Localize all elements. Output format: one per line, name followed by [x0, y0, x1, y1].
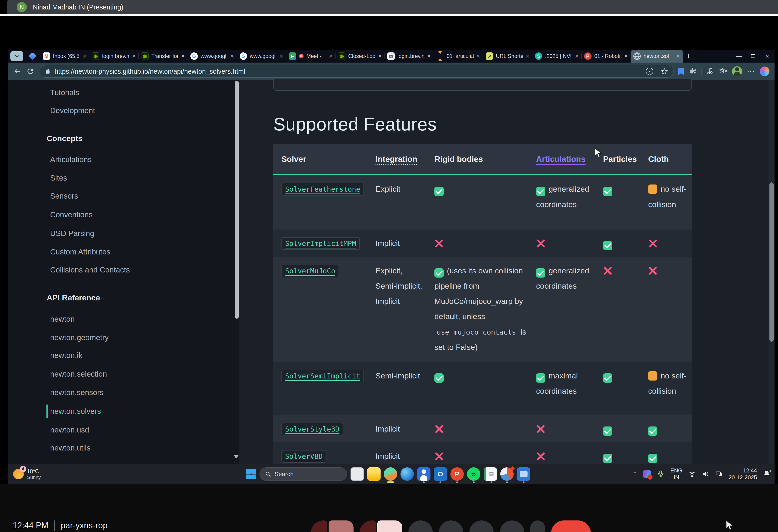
close-icon[interactable]: ×: [280, 53, 283, 59]
camera-options-chevron[interactable]: [360, 520, 376, 532]
close-icon[interactable]: ×: [378, 53, 382, 59]
col-articulations-link[interactable]: Articulations: [531, 144, 598, 174]
browser-tab[interactable]: Inbox (65,5 ×: [40, 50, 89, 63]
media-control-icon[interactable]: [706, 67, 714, 76]
active-app-icon[interactable]: [384, 467, 397, 481]
solver-link[interactable]: SolverStyle3D: [282, 423, 343, 436]
page-scrollbar[interactable]: [769, 80, 775, 464]
close-icon[interactable]: ×: [181, 53, 185, 59]
edge-icon[interactable]: [400, 467, 414, 481]
sidebar-item-newton[interactable]: newton: [50, 315, 75, 324]
close-icon[interactable]: ×: [83, 53, 86, 59]
col-integration[interactable]: Integration: [370, 144, 429, 174]
copilot-icon[interactable]: [760, 67, 769, 76]
bookmark-star-icon[interactable]: [661, 68, 668, 75]
close-window-button[interactable]: ×: [760, 50, 775, 63]
address-bar[interactable]: https://newton-physics.github.io/newton/…: [39, 65, 674, 78]
sidebar-item-newton-sensors[interactable]: newton.sensors: [50, 388, 103, 397]
minimize-button[interactable]: —: [731, 50, 746, 63]
browser-tab[interactable]: 01_articulat ×: [434, 50, 483, 63]
sidebar-item-tutorials[interactable]: Tutorials: [50, 88, 79, 97]
browser-tab-active[interactable]: newton.sol ×: [631, 50, 683, 63]
close-icon[interactable]: ×: [230, 53, 234, 59]
volume-icon[interactable]: [702, 470, 709, 478]
raise-hand-button[interactable]: [500, 520, 524, 532]
reload-icon[interactable]: [26, 67, 34, 76]
captions-button[interactable]: CC: [469, 520, 494, 532]
browser-menu-icon[interactable]: ⋯: [747, 67, 755, 76]
task-view-icon[interactable]: [351, 467, 364, 481]
browser-tab[interactable]: www.googl ×: [237, 50, 286, 63]
pinned-tab[interactable]: [26, 50, 38, 62]
notification-bell-icon[interactable]: [763, 470, 770, 478]
remote-desktop-icon[interactable]: [517, 467, 530, 481]
sidebar-item-usd-parsing[interactable]: USD Parsing: [50, 229, 94, 238]
sidebar-scrollbar[interactable]: [234, 80, 239, 464]
close-icon[interactable]: ×: [329, 53, 332, 59]
spotify-icon[interactable]: [467, 467, 480, 481]
sidebar-item-development[interactable]: Development: [50, 106, 95, 115]
browser-tab[interactable]: URL Shorte ×: [483, 50, 532, 63]
close-icon[interactable]: ×: [526, 53, 529, 59]
browser-tab-meet[interactable]: Meet - ×: [286, 50, 335, 63]
tray-chevron-up-icon[interactable]: ⌃: [632, 470, 637, 478]
browser-tab[interactable]: login.brev.n ×: [385, 50, 434, 63]
pie-chart-app-icon[interactable]: [500, 467, 514, 481]
solver-link[interactable]: SolverSemiImplicit: [282, 370, 364, 382]
file-explorer-icon[interactable]: [367, 467, 381, 481]
back-icon[interactable]: [13, 67, 21, 76]
clock[interactable]: 12:44 20-12-2025: [728, 467, 757, 481]
browser-tab[interactable]: .2025 | NVID ×: [532, 50, 581, 63]
browser-tab[interactable]: www.googl ×: [187, 50, 237, 63]
notepad-icon[interactable]: [484, 467, 497, 481]
language-indicator[interactable]: ENG IN: [670, 467, 682, 481]
solver-link[interactable]: SolverVBD: [282, 450, 326, 463]
extensions-puzzle-icon[interactable]: [688, 67, 697, 76]
close-icon[interactable]: ×: [427, 53, 431, 59]
camera-off-button[interactable]: [377, 520, 402, 532]
sidebar-item-newton-ik[interactable]: newton.ik: [50, 351, 82, 360]
reading-list-icon[interactable]: [719, 67, 727, 76]
scroll-down-arrow-icon[interactable]: [234, 455, 238, 461]
browser-tab[interactable]: Transfer for ×: [138, 50, 187, 63]
tray-mic-icon[interactable]: [657, 470, 664, 478]
sidebar-item-newton-usd[interactable]: newton.usd: [50, 426, 89, 434]
reactions-button[interactable]: [439, 520, 463, 532]
start-button[interactable]: [246, 469, 256, 479]
close-icon[interactable]: ×: [575, 53, 578, 59]
sidebar-item-sensors[interactable]: Sensors: [50, 192, 78, 200]
browser-tab[interactable]: login.brev.n ×: [89, 50, 138, 63]
browser-tab[interactable]: 01 - Roboti ×: [581, 50, 631, 63]
cast-icon[interactable]: [715, 470, 722, 478]
new-tab-button[interactable]: +: [686, 51, 691, 61]
present-button[interactable]: [408, 520, 433, 532]
weather-widget[interactable]: 4 18°C Sunny: [13, 468, 41, 480]
tab-search-button[interactable]: [10, 51, 23, 61]
browser-profile-avatar[interactable]: [732, 66, 742, 76]
maximize-button[interactable]: [746, 50, 760, 63]
solver-link[interactable]: SolverImplicitMPM: [282, 237, 360, 250]
sidebar-item-custom-attributes[interactable]: Custom Attributes: [50, 248, 110, 256]
solver-link[interactable]: SolverFeatherstone: [282, 183, 364, 196]
page-scroll-thumb[interactable]: [769, 182, 774, 342]
sidebar-item-articulations[interactable]: Articulations: [50, 155, 92, 164]
site-info-icon[interactable]: ⋯: [646, 68, 653, 75]
sidebar-item-newton-utils[interactable]: newton.utils: [50, 444, 90, 452]
close-icon[interactable]: ×: [676, 53, 680, 59]
more-options-button[interactable]: ⋮: [530, 520, 545, 532]
solver-link[interactable]: SolverMuJoCo: [282, 265, 339, 277]
sidebar-item-newton-geometry[interactable]: newton.geometry: [50, 333, 108, 342]
outlook-icon[interactable]: [434, 467, 447, 481]
sidebar-item-sites[interactable]: Sites: [50, 174, 67, 182]
sidebar-item-collisions[interactable]: Collisions and Contacts: [50, 266, 130, 274]
close-icon[interactable]: ×: [624, 53, 628, 59]
close-icon[interactable]: ×: [476, 53, 480, 59]
teams-icon[interactable]: [417, 467, 431, 481]
search-input[interactable]: Search: [259, 467, 347, 481]
side-panel-bookmark-icon[interactable]: [678, 68, 684, 75]
tray-app-error-icon[interactable]: [643, 470, 651, 478]
mic-options-chevron[interactable]: [311, 520, 327, 532]
powerpoint-icon[interactable]: [450, 467, 464, 481]
sidebar-item-newton-selection[interactable]: newton.selection: [50, 370, 107, 378]
sidebar-scroll-thumb[interactable]: [235, 81, 239, 319]
